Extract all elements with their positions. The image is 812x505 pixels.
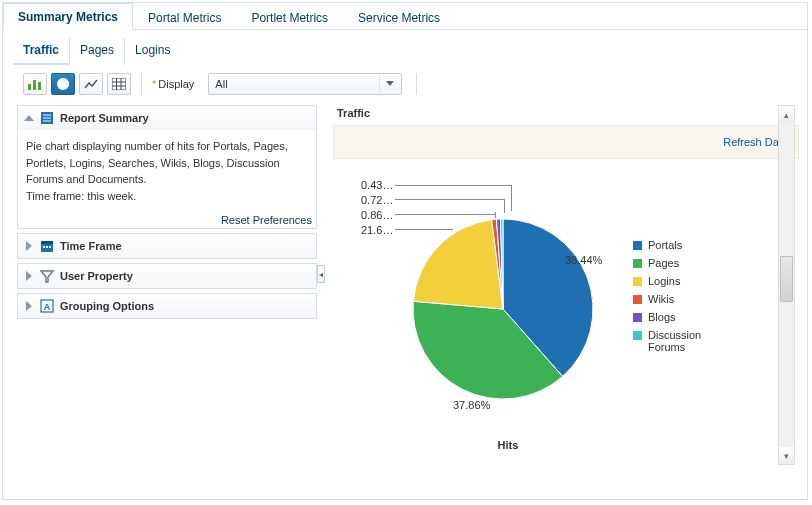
svg-marker-23 xyxy=(26,301,32,311)
legend-item: Logins xyxy=(633,275,728,287)
chevron-down-icon xyxy=(379,75,399,93)
disclosure-closed-icon xyxy=(24,301,36,311)
legend-item: Discussion Forums xyxy=(633,329,728,353)
grouping-icon: A xyxy=(40,299,54,313)
sub-tabs: Traffic Pages Logins xyxy=(3,30,807,65)
svg-rect-1 xyxy=(33,80,36,90)
chart-title: Traffic xyxy=(333,105,799,125)
bar-chart-icon[interactable] xyxy=(23,73,47,95)
pie-slice-label: 37.86% xyxy=(453,399,490,411)
disclosure-closed-icon xyxy=(24,241,36,251)
reset-preferences-link[interactable]: Reset Preferences xyxy=(18,212,316,228)
pie-slice-label: 21.6… xyxy=(361,224,393,236)
svg-text:A: A xyxy=(44,302,51,312)
splitter-handle-icon[interactable]: ◂ xyxy=(317,265,325,283)
pie-chart-icon[interactable] xyxy=(51,73,75,95)
svg-marker-15 xyxy=(26,241,32,251)
chart-pane: Traffic Refresh Data 0.43… 0.72… 0.86… 2… xyxy=(325,105,799,469)
legend-label: Pages xyxy=(648,257,679,269)
pie-slice-label: 0.86… xyxy=(361,209,393,221)
display-label: *Display xyxy=(152,78,194,90)
panel-header-report-summary[interactable]: Report Summary xyxy=(18,106,316,130)
chart-legend: PortalsPagesLoginsWikisBlogsDiscussion F… xyxy=(633,239,728,359)
panel-report-summary: Report Summary Pie chart displaying numb… xyxy=(17,105,317,229)
subtab-logins[interactable]: Logins xyxy=(124,38,180,65)
panel-header-user-property[interactable]: User Property xyxy=(18,264,316,288)
svg-rect-18 xyxy=(43,246,45,248)
chart-xlabel: Hits xyxy=(333,439,683,451)
legend-swatch xyxy=(633,313,642,322)
legend-label: Blogs xyxy=(648,311,676,323)
panel-title: Report Summary xyxy=(60,112,149,124)
pie-chart: 0.43… 0.72… 0.86… 21.6… 38.44% 37.86% xyxy=(333,159,799,469)
legend-label: Wikis xyxy=(648,293,674,305)
display-dropdown-value: All xyxy=(215,78,227,90)
pie-chart-graphic xyxy=(403,209,603,409)
report-summary-body: Pie chart displaying number of hits for … xyxy=(18,130,316,212)
legend-swatch xyxy=(633,241,642,250)
svg-marker-9 xyxy=(386,81,394,86)
legend-swatch xyxy=(633,259,642,268)
filter-icon xyxy=(40,269,54,283)
tab-portal-metrics[interactable]: Portal Metrics xyxy=(133,4,236,30)
svg-rect-17 xyxy=(41,241,53,244)
svg-rect-2 xyxy=(38,82,41,90)
legend-swatch xyxy=(633,295,642,304)
scroll-thumb[interactable] xyxy=(780,256,793,302)
panel-user-property: User Property xyxy=(17,263,317,289)
legend-item: Pages xyxy=(633,257,728,269)
subtab-traffic[interactable]: Traffic xyxy=(13,38,69,65)
svg-rect-20 xyxy=(49,246,51,248)
legend-item: Blogs xyxy=(633,311,728,323)
svg-marker-10 xyxy=(24,115,34,121)
pane-splitter[interactable]: ◂ xyxy=(317,105,325,469)
scroll-up-icon[interactable]: ▴ xyxy=(779,106,794,123)
subtab-pages[interactable]: Pages xyxy=(69,38,124,65)
line-chart-icon[interactable] xyxy=(79,73,103,95)
legend-label: Discussion Forums xyxy=(648,329,728,353)
pie-slice-label: 0.72… xyxy=(361,194,393,206)
tab-service-metrics[interactable]: Service Metrics xyxy=(343,4,455,30)
refresh-bar: Refresh Data xyxy=(333,125,799,159)
table-icon[interactable] xyxy=(107,73,131,95)
panel-header-grouping-options[interactable]: A Grouping Options xyxy=(18,294,316,318)
svg-rect-19 xyxy=(46,246,48,248)
top-tabs: Summary Metrics Portal Metrics Portlet M… xyxy=(3,3,807,30)
scroll-down-icon[interactable]: ▾ xyxy=(779,447,794,464)
legend-swatch xyxy=(633,277,642,286)
tab-portlet-metrics[interactable]: Portlet Metrics xyxy=(236,4,343,30)
panel-title: Grouping Options xyxy=(60,300,154,312)
disclosure-open-icon xyxy=(24,113,36,123)
report-icon xyxy=(40,111,54,125)
pie-slice-label: 38.44% xyxy=(565,254,602,266)
legend-item: Portals xyxy=(633,239,728,251)
panel-title: User Property xyxy=(60,270,133,282)
panel-time-frame: Time Frame xyxy=(17,233,317,259)
disclosure-closed-icon xyxy=(24,271,36,281)
pie-slice-label: 0.43… xyxy=(361,179,393,191)
svg-marker-21 xyxy=(26,271,32,281)
display-dropdown[interactable]: All xyxy=(208,73,402,95)
toolbar-separator xyxy=(416,73,417,95)
panel-header-time-frame[interactable]: Time Frame xyxy=(18,234,316,258)
legend-label: Logins xyxy=(648,275,680,287)
panel-title: Time Frame xyxy=(60,240,122,252)
left-pane: Report Summary Pie chart displaying numb… xyxy=(17,105,317,469)
legend-swatch xyxy=(633,331,642,340)
svg-marker-22 xyxy=(41,271,53,282)
tab-summary-metrics[interactable]: Summary Metrics xyxy=(3,3,133,30)
chart-toolbar: *Display All xyxy=(3,65,807,101)
panel-grouping-options: A Grouping Options xyxy=(17,293,317,319)
legend-item: Wikis xyxy=(633,293,728,305)
legend-label: Portals xyxy=(648,239,682,251)
svg-rect-0 xyxy=(28,84,31,90)
calendar-icon xyxy=(40,239,54,253)
toolbar-separator xyxy=(141,73,142,95)
vertical-scrollbar[interactable]: ▴ ▾ xyxy=(778,105,795,465)
svg-rect-4 xyxy=(112,78,126,90)
